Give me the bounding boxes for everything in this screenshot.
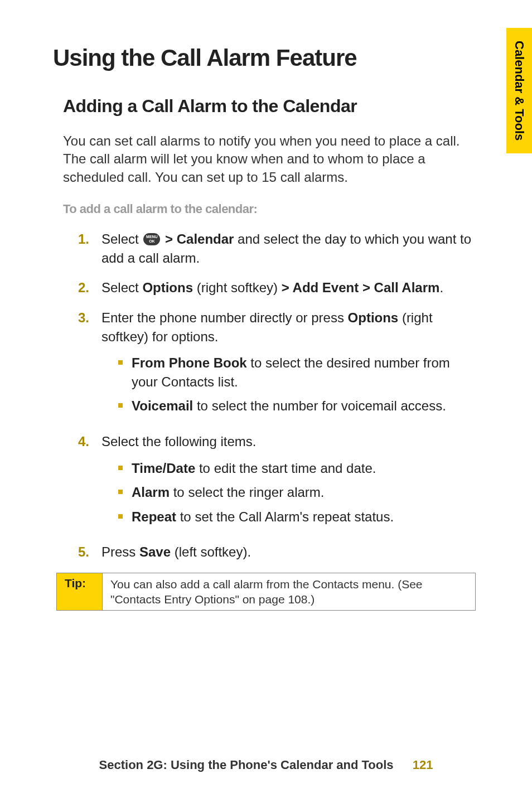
bullet-icon (118, 514, 123, 519)
step-item: 4.Select the following items.Time/Date t… (78, 432, 479, 531)
step-number: 4. (78, 432, 101, 531)
bullet-icon (118, 403, 123, 408)
step-number: 1. (78, 230, 101, 267)
tip-label: Tip: (57, 573, 103, 611)
tip-text: You can also add a call alarm from the C… (103, 573, 475, 611)
side-tab-label: Calendar & Tools (512, 41, 526, 141)
substep-text: Alarm to select the ringer alarm. (132, 483, 324, 502)
bullet-icon (118, 490, 123, 494)
substep-item: Alarm to select the ringer alarm. (118, 483, 479, 502)
intro-paragraph: You can set call alarms to notify you wh… (63, 132, 479, 186)
menu-ok-icon-text: MENUOK (146, 235, 158, 244)
substep-item: From Phone Book to select the desired nu… (118, 354, 479, 391)
step-item: 5.Press Save (left softkey). (78, 543, 479, 562)
section-heading: Adding a Call Alarm to the Calendar (63, 96, 479, 117)
substep-text: Repeat to set the Call Alarm's repeat st… (132, 507, 394, 526)
step-body: Press Save (left softkey). (101, 543, 479, 562)
step-item: 2.Select Options (right softkey) > Add E… (78, 278, 479, 297)
step-text: Enter the phone number directly or press… (101, 308, 479, 346)
step-body: Select Options (right softkey) > Add Eve… (101, 278, 479, 297)
step-item: 1.Select MENUOK > Calendar and select th… (78, 230, 479, 267)
bullet-icon (118, 466, 123, 470)
page-content: Using the Call Alarm Feature Adding a Ca… (0, 0, 532, 611)
steps-list: 1.Select MENUOK > Calendar and select th… (78, 230, 479, 562)
bullet-icon (118, 360, 123, 365)
step-body: Select MENUOK > Calendar and select the … (101, 230, 479, 267)
substep-text: Voicemail to select the number for voice… (132, 396, 446, 415)
page-title: Using the Call Alarm Feature (53, 45, 479, 71)
step-item: 3.Enter the phone number directly or pre… (78, 308, 479, 421)
footer-text: Section 2G: Using the Phone's Calendar a… (99, 758, 394, 772)
menu-ok-icon: MENUOK (143, 233, 160, 245)
substep-item: Voicemail to select the number for voice… (118, 396, 479, 415)
tip-box: Tip: You can also add a call alarm from … (56, 573, 476, 611)
step-body: Enter the phone number directly or press… (101, 308, 479, 421)
step-text: Press Save (left softkey). (101, 543, 479, 562)
procedure-subhead: To add a call alarm to the calendar: (63, 202, 479, 216)
page-footer: Section 2G: Using the Phone's Calendar a… (0, 758, 532, 772)
step-text: Select MENUOK > Calendar and select the … (101, 230, 479, 267)
substep-item: Repeat to set the Call Alarm's repeat st… (118, 507, 479, 526)
substep-item: Time/Date to edit the start time and dat… (118, 459, 479, 478)
substep-text: Time/Date to edit the start time and dat… (132, 459, 376, 478)
step-number: 2. (78, 278, 101, 297)
page-number: 121 (413, 758, 433, 772)
substep-list: Time/Date to edit the start time and dat… (118, 459, 479, 526)
step-text: Select the following items. (101, 432, 479, 451)
step-number: 3. (78, 308, 101, 421)
side-tab: Calendar & Tools (506, 28, 532, 153)
substep-text: From Phone Book to select the desired nu… (132, 354, 479, 391)
step-body: Select the following items.Time/Date to … (101, 432, 479, 531)
step-number: 5. (78, 543, 101, 562)
step-text: Select Options (right softkey) > Add Eve… (101, 278, 479, 297)
substep-list: From Phone Book to select the desired nu… (118, 354, 479, 415)
